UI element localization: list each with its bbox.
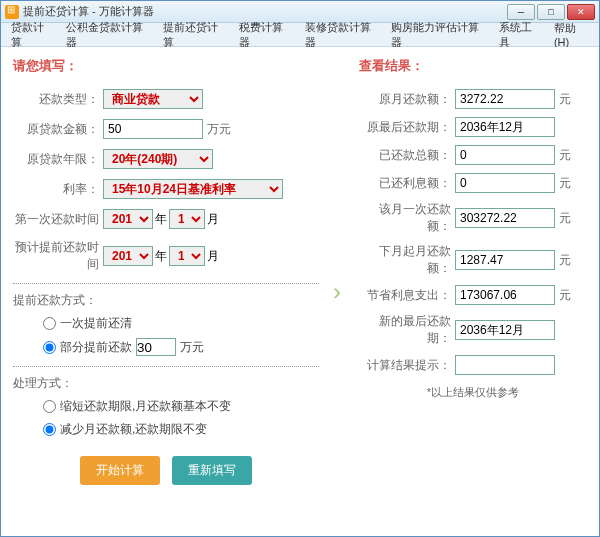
menu-help[interactable]: 帮助(H) [548, 19, 595, 50]
rate-label: 利率： [13, 181, 103, 198]
r4-value[interactable] [455, 173, 555, 193]
process-opt1-label: 缩短还款期限,月还款额基本不变 [60, 398, 231, 415]
process-opt2-label: 减少月还款额,还款期限不变 [60, 421, 207, 438]
r6-value[interactable] [455, 250, 555, 270]
menubar: 贷款计算 公积金贷款计算器 提前还贷计算 税费计算器 装修贷款计算器 购房能力评… [1, 23, 599, 47]
r7-value[interactable] [455, 285, 555, 305]
chevron-right-icon: › [333, 278, 341, 306]
rate-select[interactable]: 15年10月24日基准利率 [103, 179, 283, 199]
early-pay-year[interactable]: 2017 [103, 246, 153, 266]
r4-label: 已还利息额： [359, 175, 455, 192]
r3-label: 已还款总额： [359, 147, 455, 164]
principal-unit: 万元 [207, 121, 231, 138]
r6-unit: 元 [559, 252, 571, 269]
r4-unit: 元 [559, 175, 571, 192]
r1-unit: 元 [559, 91, 571, 108]
repay-method-head: 提前还款方式： [13, 292, 319, 309]
r8-value[interactable] [455, 320, 555, 340]
loan-type-label: 还款类型： [13, 91, 103, 108]
r7-unit: 元 [559, 287, 571, 304]
principal-label: 原贷款金额： [13, 121, 103, 138]
process-head: 处理方式： [13, 375, 319, 392]
r6-label: 下月起月还款额： [359, 243, 455, 277]
process-opt2-radio[interactable] [43, 423, 56, 436]
divider-2 [13, 366, 319, 367]
first-pay-label: 第一次还款时间 [13, 211, 103, 228]
result-title: 查看结果： [359, 57, 587, 75]
r3-value[interactable] [455, 145, 555, 165]
year-unit-2: 年 [155, 248, 167, 265]
loan-type-select[interactable]: 商业贷款 [103, 89, 203, 109]
close-button[interactable]: ✕ [567, 4, 595, 20]
divider-1 [13, 283, 319, 284]
repay-opt2-radio[interactable] [43, 341, 56, 354]
r7-label: 节省利息支出： [359, 287, 455, 304]
r9-value[interactable] [455, 355, 555, 375]
month-unit-1: 月 [207, 211, 219, 228]
early-pay-month[interactable]: 1 [169, 246, 205, 266]
app-icon [5, 5, 19, 19]
r1-label: 原月还款额： [359, 91, 455, 108]
panel-divider: › [327, 57, 347, 526]
r5-label: 该月一次还款额： [359, 201, 455, 235]
year-unit-1: 年 [155, 211, 167, 228]
r5-unit: 元 [559, 210, 571, 227]
r9-label: 计算结果提示： [359, 357, 455, 374]
r1-value[interactable] [455, 89, 555, 109]
r2-label: 原最后还款期： [359, 119, 455, 136]
early-pay-label: 预计提前还款时间 [13, 239, 103, 273]
repay-opt1-label: 一次提前还清 [60, 315, 132, 332]
input-panel: 请您填写： 还款类型： 商业贷款 原贷款金额： 万元 原贷款年限： 20年(24… [13, 57, 327, 526]
term-label: 原贷款年限： [13, 151, 103, 168]
r5-value[interactable] [455, 208, 555, 228]
r3-unit: 元 [559, 147, 571, 164]
result-note: *以上结果仅供参考 [359, 385, 587, 400]
reset-button[interactable]: 重新填写 [172, 456, 252, 485]
repay-opt1-radio[interactable] [43, 317, 56, 330]
month-unit-2: 月 [207, 248, 219, 265]
calculate-button[interactable]: 开始计算 [80, 456, 160, 485]
repay-opt2-label: 部分提前还款 [60, 339, 132, 356]
first-pay-month[interactable]: 1 [169, 209, 205, 229]
app-window: 提前还贷计算 - 万能计算器 ─ □ ✕ 贷款计算 公积金贷款计算器 提前还贷计… [0, 0, 600, 537]
input-title: 请您填写： [13, 57, 319, 75]
r8-label: 新的最后还款期： [359, 313, 455, 347]
r2-value[interactable] [455, 117, 555, 137]
repay-opt2-unit: 万元 [180, 339, 204, 356]
result-panel: 查看结果： 原月还款额：元 原最后还款期： 已还款总额：元 已还利息额：元 该月… [347, 57, 587, 526]
term-select[interactable]: 20年(240期) [103, 149, 213, 169]
first-pay-year[interactable]: 2017 [103, 209, 153, 229]
principal-input[interactable] [103, 119, 203, 139]
repay-opt2-input[interactable] [136, 338, 176, 356]
process-opt1-radio[interactable] [43, 400, 56, 413]
